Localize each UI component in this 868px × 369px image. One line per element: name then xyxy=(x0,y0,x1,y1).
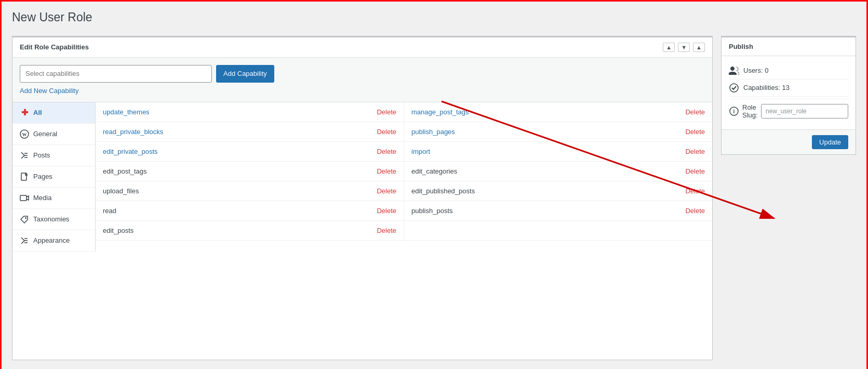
category-label-all: All xyxy=(33,109,42,116)
capabilities-body: ✚ All W General xyxy=(12,102,712,252)
delete-upload-files[interactable]: Delete xyxy=(377,187,396,195)
content-area: Edit Role Capabilities ▲ ▼ ▲ Add Capabil… xyxy=(2,30,866,369)
capability-name-read: read xyxy=(103,207,116,215)
cap-cell-left: read_private_blocks Delete xyxy=(96,122,404,141)
role-slug-icon: i xyxy=(729,106,739,116)
capability-name-read-private-blocks[interactable]: read_private_blocks xyxy=(103,128,163,136)
table-row: edit_posts Delete xyxy=(96,221,712,241)
capabilities-input-row: Add Capability xyxy=(20,65,705,83)
delete-manage-post-tags[interactable]: Delete xyxy=(685,108,705,116)
category-label-general: General xyxy=(33,130,57,138)
category-label-media: Media xyxy=(33,194,51,202)
category-label-appearance: Appearance xyxy=(33,236,70,244)
sidebar-item-all[interactable]: ✚ All xyxy=(12,102,95,124)
delete-edit-categories[interactable]: Delete xyxy=(685,167,705,175)
category-label-pages: Pages xyxy=(33,173,52,180)
capabilities-select-input[interactable] xyxy=(20,65,212,83)
cap-cell-left: upload_files Delete xyxy=(96,181,404,201)
update-button[interactable]: Update xyxy=(812,135,848,149)
capability-name-edit-published-posts: edit_published_posts xyxy=(411,187,475,195)
posts-icon xyxy=(20,151,29,160)
pages-icon xyxy=(20,172,29,181)
delete-edit-published-posts[interactable]: Delete xyxy=(685,187,705,195)
capability-name-update-themes[interactable]: update_themes xyxy=(103,108,150,116)
capability-name-publish-posts: publish_posts xyxy=(411,207,453,215)
delete-publish-posts[interactable]: Delete xyxy=(685,207,705,215)
plus-icon: ✚ xyxy=(21,108,28,117)
publish-users-label: Users: 0 xyxy=(743,67,848,74)
panel-title: Edit Role Capabilities xyxy=(20,43,89,51)
table-row: read Delete publish_posts Delete xyxy=(96,201,712,221)
svg-rect-3 xyxy=(20,195,26,201)
capabilities-form: Add Capability Add New Capability xyxy=(12,58,712,102)
media-icon xyxy=(20,193,29,203)
delete-edit-private-posts[interactable]: Delete xyxy=(377,148,396,155)
table-row: upload_files Delete edit_published_posts… xyxy=(96,181,712,201)
delete-update-themes[interactable]: Delete xyxy=(377,108,396,116)
cap-cell-right: publish_posts Delete xyxy=(404,201,712,220)
table-row: update_themes Delete manage_post_tags De… xyxy=(96,102,712,122)
page-title: New User Role xyxy=(12,10,856,25)
cap-cell-left: edit_private_posts Delete xyxy=(96,142,404,161)
capability-name-import[interactable]: import xyxy=(411,148,430,155)
category-sidebar: ✚ All W General xyxy=(12,102,96,252)
sidebar-item-pages[interactable]: Pages xyxy=(12,166,95,188)
panel-collapse-up-btn[interactable]: ▲ xyxy=(663,43,675,52)
add-capability-button[interactable]: Add Capability xyxy=(216,65,274,83)
svg-text:W: W xyxy=(22,132,27,137)
publish-panel-header: Publish xyxy=(722,37,856,56)
role-slug-label: Role Slug: xyxy=(742,103,758,119)
table-row: edit_private_posts Delete import Delete xyxy=(96,142,712,162)
panel-header: Edit Role Capabilities ▲ ▼ ▲ xyxy=(12,37,712,58)
capability-name-edit-private-posts[interactable]: edit_private_posts xyxy=(103,148,158,155)
cap-cell-right: edit_categories Delete xyxy=(404,162,712,181)
svg-point-5 xyxy=(730,84,738,92)
taxonomies-icon xyxy=(20,215,29,224)
delete-read[interactable]: Delete xyxy=(377,207,396,215)
sidebar-item-media[interactable]: Media xyxy=(12,188,95,209)
capability-name-publish-pages[interactable]: publish_pages xyxy=(411,128,455,136)
category-label-posts: Posts xyxy=(33,151,50,159)
capability-name-upload-files: upload_files xyxy=(103,187,139,195)
delete-import[interactable]: Delete xyxy=(685,148,705,155)
appearance-icon xyxy=(20,236,29,245)
sidebar-item-general[interactable]: W General xyxy=(12,124,95,145)
sidebar-item-posts[interactable]: Posts xyxy=(12,145,95,166)
capability-name-edit-posts: edit_posts xyxy=(103,227,133,234)
capabilities-list: update_themes Delete manage_post_tags De… xyxy=(96,102,712,252)
delete-edit-post-tags[interactable]: Delete xyxy=(377,167,396,175)
publish-capabilities-row: Capabilities: 13 xyxy=(729,80,848,97)
publish-title: Publish xyxy=(729,43,753,50)
publish-capabilities-label: Capabilities: 13 xyxy=(743,84,848,91)
role-slug-input[interactable] xyxy=(761,104,848,118)
delete-edit-posts[interactable]: Delete xyxy=(377,227,396,234)
cap-cell-right: manage_post_tags Delete xyxy=(404,102,712,122)
page-title-bar: New User Role xyxy=(2,2,866,30)
capability-name-manage-post-tags[interactable]: manage_post_tags xyxy=(411,108,469,116)
role-slug-row: i Role Slug: xyxy=(729,99,848,123)
sidebar-item-appearance[interactable]: Appearance xyxy=(12,230,95,252)
sidebar-item-taxonomies[interactable]: Taxonomies xyxy=(12,209,95,230)
panel-expand-btn[interactable]: ▲ xyxy=(693,43,705,52)
capabilities-panel: Edit Role Capabilities ▲ ▼ ▲ Add Capabil… xyxy=(12,36,713,360)
add-new-capability-link[interactable]: Add New Capability xyxy=(20,87,78,95)
cap-cell-right: import Delete xyxy=(404,142,712,161)
capability-name-edit-categories: edit_categories xyxy=(411,167,457,175)
cap-cell-right: edit_published_posts Delete xyxy=(404,181,712,201)
cap-cell-left: edit_post_tags Delete xyxy=(96,162,404,181)
publish-body: Users: 0 Capabilities: 13 xyxy=(722,56,856,129)
all-icon: ✚ xyxy=(20,108,29,117)
cap-cell-left: update_themes Delete xyxy=(96,102,404,122)
table-row: edit_post_tags Delete edit_categories De… xyxy=(96,162,712,181)
delete-publish-pages[interactable]: Delete xyxy=(685,128,705,136)
cap-cell-right-empty xyxy=(404,221,712,240)
category-label-taxonomies: Taxonomies xyxy=(33,215,69,223)
panel-collapse-down-btn[interactable]: ▼ xyxy=(678,43,690,52)
publish-sidebar: Publish Users: 0 xyxy=(721,36,856,360)
capabilities-icon xyxy=(729,83,739,93)
publish-users-row: Users: 0 xyxy=(729,62,848,80)
publish-panel: Publish Users: 0 xyxy=(721,36,856,155)
delete-read-private-blocks[interactable]: Delete xyxy=(377,128,396,136)
svg-point-4 xyxy=(25,217,26,219)
cap-cell-right: publish_pages Delete xyxy=(404,122,712,141)
